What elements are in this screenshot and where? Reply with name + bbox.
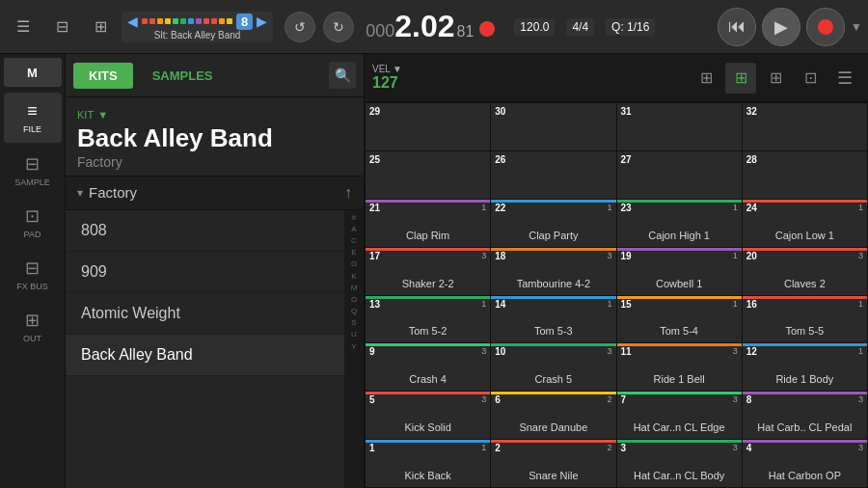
drum-pad-30[interactable]: 30 bbox=[491, 103, 615, 150]
fxbus-label: FX BUS bbox=[16, 282, 48, 291]
scroll-c[interactable]: C bbox=[351, 235, 357, 246]
drum-pad-26[interactable]: 26 bbox=[491, 151, 615, 199]
kits-panel: KITS SAMPLES 🔍 KIT ▼ Back Alley Band Fac… bbox=[66, 54, 365, 488]
file-icon: ≡ bbox=[27, 101, 38, 122]
drum-pad-23[interactable]: 231Cajon High 1 bbox=[617, 200, 742, 247]
drum-pad-21[interactable]: 211Clap Rim bbox=[366, 200, 490, 247]
sidebar-item-file[interactable]: ≡ FILE bbox=[4, 93, 62, 143]
grid-menu-btn[interactable]: ☰ bbox=[829, 63, 860, 94]
scroll-s[interactable]: S bbox=[351, 317, 356, 328]
drum-pad-27[interactable]: 27 bbox=[617, 151, 742, 199]
sliders-icon[interactable]: ⊟ bbox=[44, 10, 79, 44]
m-button[interactable]: M bbox=[4, 58, 62, 87]
scroll-a[interactable]: A bbox=[351, 224, 356, 234]
drum-pad-9[interactable]: 93Crash 4 bbox=[366, 343, 490, 391]
sidebar-item-out[interactable]: ⊞ OUT bbox=[4, 301, 62, 351]
seq-nav: ◀ 8 ▶ bbox=[127, 14, 267, 30]
drum-pad-6[interactable]: 62Snare Danube bbox=[491, 392, 615, 439]
list-item-atomic-weight[interactable]: Atomic Weight bbox=[66, 293, 364, 335]
seq-section: ◀ 8 ▶ Slt: Back Alley Band bbox=[122, 12, 273, 42]
redo-btn[interactable]: ↻ bbox=[323, 12, 354, 42]
scroll-q[interactable]: Q bbox=[351, 306, 357, 316]
grid-icon[interactable]: ⊞ bbox=[83, 10, 118, 44]
bpm-value[interactable]: 120.0 bbox=[514, 18, 555, 36]
scroll-g[interactable]: G bbox=[351, 258, 357, 269]
drum-pad-11[interactable]: 113Ride 1 Bell bbox=[617, 343, 742, 391]
drum-pad-15[interactable]: 151Tom 5-4 bbox=[617, 296, 742, 343]
time-main: 2.02 bbox=[394, 9, 454, 44]
rec-inner bbox=[818, 19, 833, 35]
note-view-btn[interactable]: ⊞ bbox=[691, 63, 721, 94]
drum-pad-2[interactable]: 22Snare Nile bbox=[491, 440, 615, 487]
seq-label: Slt: Back Alley Band bbox=[154, 30, 241, 41]
file-label: FILE bbox=[23, 124, 41, 134]
seq-prev-arrow[interactable]: ◀ bbox=[127, 14, 138, 29]
pad-icon: ⊡ bbox=[25, 205, 40, 227]
drum-pad-16[interactable]: 161Tom 5-5 bbox=[743, 296, 867, 343]
drum-pad-7[interactable]: 73Hat Car..n CL Edge bbox=[617, 392, 742, 439]
skip-back-btn[interactable]: ⏮ bbox=[718, 8, 756, 46]
drum-pad-5[interactable]: 53Kick Solid bbox=[366, 392, 490, 439]
folder-arrow-icon: ▾ bbox=[77, 186, 83, 200]
drum-pad-14[interactable]: 141Tom 5-3 bbox=[491, 296, 615, 343]
drum-pad-3[interactable]: 33Hat Car..n CL Body bbox=[617, 440, 742, 487]
scroll-k[interactable]: K bbox=[351, 271, 356, 282]
scroll-u[interactable]: U bbox=[351, 329, 357, 339]
scroll-hash[interactable]: # bbox=[352, 212, 356, 223]
pad-view-btn[interactable]: ⊞ bbox=[725, 63, 756, 94]
list-item-back-alley-band[interactable]: Back Alley Band bbox=[66, 335, 364, 376]
drum-pad-19[interactable]: 191Cowbell 1 bbox=[617, 248, 742, 295]
drum-pad-8[interactable]: 83Hat Carb.. CL Pedal bbox=[743, 392, 867, 439]
drum-pad-17[interactable]: 173Shaker 2-2 bbox=[366, 248, 490, 295]
drum-pad-25[interactable]: 25 bbox=[366, 151, 490, 199]
drum-pad-20[interactable]: 203Claves 2 bbox=[743, 248, 867, 295]
vel-label: VEL▼ bbox=[372, 64, 402, 74]
list-item-909[interactable]: 909 bbox=[66, 252, 364, 293]
time-display: 000 2.02 81 bbox=[366, 9, 495, 44]
sidebar-item-sample[interactable]: ⊟ SAMPLE bbox=[4, 145, 62, 195]
wave-view-btn[interactable]: ⊡ bbox=[795, 63, 826, 94]
drum-pad-18[interactable]: 183Tambourine 4-2 bbox=[491, 248, 615, 295]
quantize-value[interactable]: Q: 1/16 bbox=[606, 18, 655, 36]
scroll-e[interactable]: E bbox=[351, 247, 356, 258]
drum-pad-31[interactable]: 31 bbox=[617, 103, 742, 150]
kit-list: 808 909 Atomic Weight Back Alley Band # … bbox=[66, 210, 364, 488]
seq-next-arrow[interactable]: ▶ bbox=[257, 14, 267, 29]
left-sidebar: M ≡ FILE ⊟ SAMPLE ⊡ PAD ⊟ FX BUS ⊞ OUT bbox=[0, 54, 66, 488]
kits-tab[interactable]: KITS bbox=[73, 63, 133, 89]
scroll-o[interactable]: O bbox=[351, 294, 357, 305]
time-sub: 81 bbox=[457, 23, 475, 41]
scroll-y[interactable]: Y bbox=[351, 341, 356, 352]
folder-up-icon[interactable]: ↑ bbox=[344, 184, 352, 202]
samples-tab[interactable]: SAMPLES bbox=[137, 63, 229, 89]
drum-pad-28[interactable]: 28 bbox=[743, 151, 867, 199]
drum-pad-4[interactable]: 43Hat Carbon OP bbox=[743, 440, 867, 487]
scroll-m[interactable]: M bbox=[351, 283, 358, 293]
menu-icon[interactable]: ☰ bbox=[6, 10, 41, 44]
drum-pad-1[interactable]: 11Kick Back bbox=[366, 440, 490, 487]
vel-indicator: VEL▼ 127 bbox=[372, 64, 402, 92]
drum-pad-10[interactable]: 103Crash 5 bbox=[491, 343, 615, 391]
drum-pad-29[interactable]: 29 bbox=[366, 103, 490, 150]
sidebar-item-fxbus[interactable]: ⊟ FX BUS bbox=[4, 249, 62, 299]
drum-pad-32[interactable]: 32 bbox=[743, 103, 867, 150]
step-view-btn[interactable]: ⊞ bbox=[760, 63, 791, 94]
time-sig-value[interactable]: 4/4 bbox=[566, 18, 594, 36]
search-btn[interactable]: 🔍 bbox=[329, 62, 356, 89]
sidebar-item-pad[interactable]: ⊡ PAD bbox=[4, 197, 62, 247]
seq-number: 8 bbox=[236, 14, 253, 30]
list-item-808[interactable]: 808 bbox=[66, 210, 364, 252]
kit-folder-header[interactable]: ▾ Factory ↑ bbox=[66, 176, 364, 210]
kit-label[interactable]: KIT ▼ bbox=[77, 109, 352, 121]
drum-pad-13[interactable]: 131Tom 5-2 bbox=[366, 296, 490, 343]
drum-pad-12[interactable]: 121Ride 1 Body bbox=[743, 343, 867, 391]
drum-pad-22[interactable]: 221Clap Party bbox=[491, 200, 615, 247]
grid-panel: VEL▼ 127 ⊞ ⊞ ⊞ ⊡ ☰ 2930313225262728211Cl… bbox=[365, 54, 868, 488]
play-btn[interactable]: ▶ bbox=[762, 8, 800, 46]
record-btn[interactable] bbox=[806, 8, 845, 46]
out-icon: ⊞ bbox=[25, 310, 40, 331]
kit-name: Back Alley Band bbox=[77, 124, 352, 152]
undo-btn[interactable]: ↺ bbox=[285, 12, 315, 42]
drum-pad-24[interactable]: 241Cajon Low 1 bbox=[743, 200, 867, 247]
more-btn[interactable]: ▼ bbox=[851, 20, 862, 34]
